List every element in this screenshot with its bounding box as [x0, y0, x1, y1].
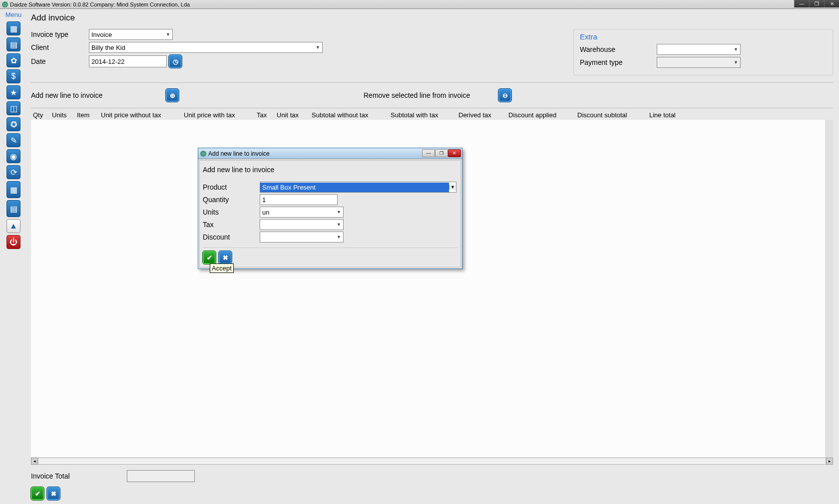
chevron-down-icon: ▼ [166, 32, 170, 37]
payment-type-label: Payment type [580, 58, 657, 66]
add-line-button[interactable]: ⊕ [166, 89, 179, 102]
date-input[interactable]: 2014-12-22 [89, 55, 167, 67]
vertical-scrollbar[interactable] [825, 120, 833, 457]
client-label: Client [31, 43, 89, 51]
cancel-invoice-button[interactable]: ✖ [47, 487, 60, 500]
invoice-total-label: Invoice Total [31, 472, 127, 480]
dialog-maximize-button[interactable]: ❐ [435, 149, 448, 157]
discount-label: Discount [203, 233, 260, 241]
discount-combo[interactable]: ▼ [260, 232, 344, 243]
sidebar-icon-2[interactable]: ▤ [6, 37, 20, 51]
sidebar-icon-9[interactable]: ◉ [6, 149, 20, 163]
window-titlebar: Daidze Software Version: 0.0.82 Company:… [0, 0, 839, 9]
col-units[interactable]: Units [50, 110, 75, 120]
col-subtotal-no-tax[interactable]: Subtotal without tax [310, 110, 389, 120]
sidebar-icon-3[interactable]: ✿ [6, 53, 20, 67]
invoice-type-combo[interactable]: Invoice ▼ [89, 29, 173, 40]
remove-line-label: Remove selected line from invoice [364, 91, 498, 99]
extra-section-title: Extra [580, 32, 827, 41]
page-title: Add invoice [31, 13, 833, 23]
add-line-dialog: Add new line to invoice — ❐ ✕ Add new li… [198, 148, 462, 269]
date-label: Date [31, 57, 89, 65]
chevron-down-icon: ▼ [337, 222, 341, 227]
sidebar-icon-power[interactable]: ⏻ [6, 235, 20, 249]
product-combo[interactable]: Small Box Present ▼ [260, 182, 456, 193]
chevron-down-icon: ▼ [734, 60, 738, 65]
units-combo[interactable]: un ▼ [260, 207, 344, 218]
col-unit-price-with-tax[interactable]: Unit price with tax [182, 110, 255, 120]
chevron-down-icon: ▼ [449, 185, 456, 190]
units-label: Units [203, 208, 260, 216]
sidebar-icon-12[interactable]: ▤ [6, 200, 20, 217]
tax-label: Tax [203, 221, 260, 229]
col-unit-price-no-tax[interactable]: Unit price without tax [99, 110, 182, 120]
accept-tooltip: Accept [210, 263, 234, 273]
scroll-left-icon[interactable]: ◂ [31, 458, 38, 465]
col-tax[interactable]: Tax [255, 110, 275, 120]
sidebar-icon-4[interactable]: $ [6, 69, 20, 83]
warehouse-label: Warehouse [580, 45, 657, 53]
window-close-button[interactable]: ✕ [824, 0, 839, 7]
col-derived-tax[interactable]: Derived tax [456, 110, 506, 120]
window-minimize-button[interactable]: — [794, 0, 809, 7]
accept-invoice-button[interactable]: ✔ [31, 487, 44, 500]
remove-line-button[interactable]: ⊖ [498, 89, 511, 102]
col-line-total[interactable]: Line total [647, 110, 687, 120]
menu-label: Menu [5, 11, 22, 18]
col-discount-applied[interactable]: Discount applied [506, 110, 575, 120]
sidebar-icon-7[interactable]: ✪ [6, 117, 20, 131]
chevron-down-icon: ▼ [337, 210, 341, 215]
col-unit-tax[interactable]: Unit tax [275, 110, 310, 120]
client-combo[interactable]: Billy the Kid ▼ [89, 42, 323, 53]
sidebar-icon-10[interactable]: ⟳ [6, 165, 20, 179]
sidebar-icon-5[interactable]: ★ [6, 85, 20, 99]
dialog-title-text: Add new line to invoice [208, 150, 270, 157]
col-discount-subtotal[interactable]: Discount subtotal [575, 110, 647, 120]
sidebar-icon-warning[interactable]: ▲ [6, 219, 20, 233]
dialog-cancel-button[interactable]: ✖ [219, 251, 232, 264]
sidebar-icon-8[interactable]: ✎ [6, 133, 20, 147]
dialog-icon [200, 151, 206, 157]
chevron-down-icon: ▼ [734, 47, 738, 52]
payment-type-combo[interactable]: ▼ [657, 57, 741, 68]
chevron-down-icon: ▼ [316, 45, 320, 50]
col-subtotal-with-tax[interactable]: Subtotal with tax [389, 110, 456, 120]
col-qty[interactable]: Qty [31, 110, 50, 120]
window-title: Daidze Software Version: 0.0.82 Company:… [10, 1, 190, 7]
window-maximize-button[interactable]: ❐ [809, 0, 824, 7]
dialog-minimize-button[interactable]: — [422, 149, 435, 157]
dialog-titlebar[interactable]: Add new line to invoice — ❐ ✕ [198, 148, 462, 159]
warehouse-combo[interactable]: ▼ [657, 44, 741, 55]
sidebar-icon-11[interactable]: ▦ [6, 181, 20, 198]
col-item[interactable]: Item [75, 110, 99, 120]
add-line-label: Add new line to invoice [31, 91, 166, 99]
quantity-label: Quantity [203, 196, 260, 204]
sidebar-icon-6[interactable]: ◫ [6, 101, 20, 115]
dialog-subtitle: Add new line to invoice [203, 164, 457, 176]
date-picker-button[interactable]: ◷ [169, 55, 182, 68]
quantity-input[interactable]: 1 [260, 194, 338, 205]
horizontal-scrollbar[interactable]: ◂ ▸ [31, 457, 833, 465]
sidebar-icon-1[interactable]: ▦ [6, 21, 20, 35]
product-label: Product [203, 183, 260, 191]
dialog-close-button[interactable]: ✕ [448, 149, 461, 157]
dialog-accept-button[interactable]: ✔ [203, 251, 216, 264]
tax-combo[interactable]: ▼ [260, 219, 344, 230]
invoice-total-value [127, 470, 195, 482]
scroll-right-icon[interactable]: ▸ [826, 458, 833, 465]
app-icon [2, 1, 8, 7]
chevron-down-icon: ▼ [337, 235, 341, 240]
invoice-type-label: Invoice type [31, 30, 89, 38]
sidebar: Menu ▦ ▤ ✿ $ ★ ◫ ✪ ✎ ◉ ⟳ ▦ ▤ ▲ ⏻ [0, 9, 27, 504]
